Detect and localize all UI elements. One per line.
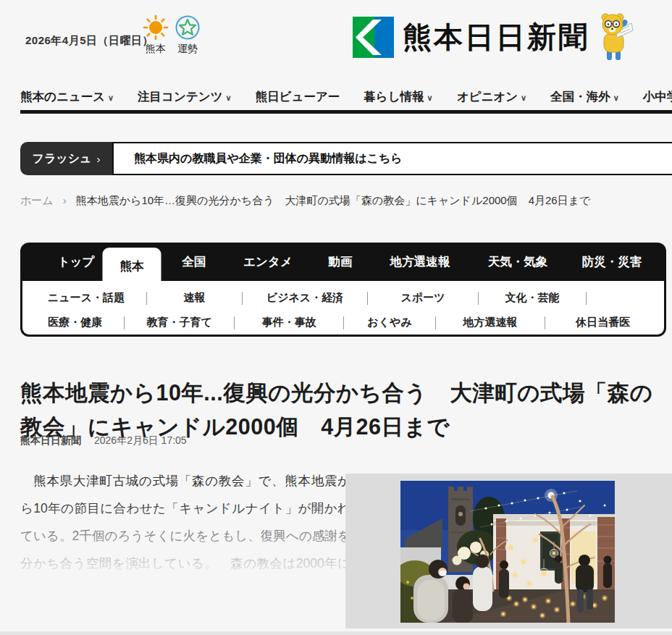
star-icon	[175, 14, 201, 41]
nav-item-opinion[interactable]: オピニオン∨	[457, 89, 527, 105]
submenu-sports[interactable]: スポーツ	[368, 291, 478, 305]
fortune-label: 運勢	[171, 43, 204, 56]
nav-item-national[interactable]: 全国・海外∨	[550, 89, 619, 105]
article-published-time: 2026年2月6日 17:05	[94, 434, 187, 447]
nav-divider	[20, 110, 672, 114]
article-source: 熊本日日新聞	[20, 434, 81, 447]
angle-right-icon: ›	[96, 153, 100, 165]
candle-night-photo-illustration	[400, 481, 615, 623]
kumanichi-k-mark-icon	[353, 17, 394, 58]
submenu-obituaries[interactable]: おくやみ	[344, 316, 434, 329]
submenu-duty-doctor[interactable]: 休日当番医	[545, 316, 660, 329]
nav-item-kumamoto-news[interactable]: 熊本のニュース∨	[20, 89, 114, 105]
tab-entertainment[interactable]: エンタメ	[243, 243, 293, 281]
sun-icon	[143, 14, 169, 41]
tab-disaster[interactable]: 防災・災害	[582, 243, 642, 281]
article-title: 熊本地震から10年...復興の光分かち合う 大津町の式場「森の教会」にキャンドル…	[20, 376, 662, 443]
nav-item-viewer[interactable]: 熊日ビューアー	[256, 89, 340, 105]
chevron-down-icon: ∨	[226, 93, 232, 102]
submenu-news-topics[interactable]: ニュース・話題	[26, 291, 146, 305]
article-body-column: 熊本県大津町古城の式場「森の教会」で、熊本地震から10年の節目に合わせた「キャン…	[20, 467, 350, 583]
nav-item-school[interactable]: 小中学	[643, 89, 672, 105]
submenu-row-2: 医療・健康 教育・子育て 事件・事故 おくやみ 地方選速報 休日当番医	[26, 311, 660, 334]
fortune-link[interactable]: 運勢	[171, 14, 204, 56]
submenu-local-election[interactable]: 地方選速報	[436, 316, 545, 329]
chevron-down-icon: ∨	[521, 93, 526, 102]
bottom-divider	[0, 631, 672, 635]
article-photo-panel	[345, 474, 672, 628]
site-logo[interactable]: 熊本日日新聞	[353, 12, 634, 62]
page-date: 2026年4月5日（日曜日）	[25, 34, 154, 48]
submenu-education[interactable]: 教育・子育て	[125, 316, 234, 329]
tab-local-election[interactable]: 地方選速報	[390, 243, 450, 281]
angle-right-icon: ›	[63, 194, 67, 208]
breadcrumb-home-link[interactable]: ホーム	[20, 194, 54, 208]
weather-label: 熊本	[139, 43, 172, 56]
flash-banner-link[interactable]: 熊本県内の教職員や企業・団体の異動情報はこちら	[112, 142, 672, 175]
submenu-breaking[interactable]: 速報	[147, 291, 242, 305]
flash-label: フラッシュ ›	[20, 142, 112, 175]
submenu-business[interactable]: ビジネス・経済	[243, 291, 367, 305]
divider	[586, 292, 587, 305]
chevron-down-icon: ∨	[427, 93, 433, 102]
main-nav: 熊本のニュース∨ 注目コンテンツ∨ 熊日ビューアー 暮らし情報∨ オピニオン∨ …	[20, 89, 672, 105]
section-tab-block: トップ 熊本 全国 エンタメ 動画 地方選速報 天気・気象 防災・災害 ニュース…	[20, 243, 666, 337]
article-body-text: 熊本県大津町古城の式場「森の教会」で、熊本地震から10年の節目に合わせた「キャン…	[20, 467, 350, 583]
chevron-down-icon: ∨	[108, 93, 114, 102]
chevron-down-icon: ∨	[613, 93, 619, 102]
submenu-medical[interactable]: 医療・健康	[26, 316, 124, 329]
submenu-culture[interactable]: 文化・芸能	[479, 291, 586, 305]
nav-item-featured[interactable]: 注目コンテンツ∨	[138, 89, 232, 105]
tab-national[interactable]: 全国	[182, 243, 206, 281]
nav-item-living[interactable]: 暮らし情報∨	[364, 89, 432, 105]
news-page: 2026年4月5日（日曜日） 熊本 運勢 熊本日日新聞	[0, 0, 672, 635]
breadcrumb: ホーム › 熊本地震から10年…復興の光分かち合う 大津町の式場「森の教会」にキ…	[20, 194, 590, 208]
tab-weather[interactable]: 天気・気象	[488, 243, 548, 281]
weather-link[interactable]: 熊本	[139, 14, 172, 56]
tab-video[interactable]: 動画	[329, 243, 353, 281]
submenu-incidents[interactable]: 事件・事故	[235, 316, 344, 329]
breadcrumb-current: 熊本地震から10年…復興の光分かち合う 大津町の式場「森の教会」にキャンドル20…	[76, 194, 591, 208]
site-logo-title: 熊本日日新聞	[403, 17, 589, 57]
article-photo[interactable]	[400, 481, 615, 623]
tab-kumamoto[interactable]: 熊本	[103, 248, 161, 291]
article-byline: 熊本日日新聞 2026年2月6日 17:05	[20, 434, 187, 447]
bear-mascot-icon	[594, 12, 634, 62]
tab-top[interactable]: トップ	[58, 243, 95, 281]
